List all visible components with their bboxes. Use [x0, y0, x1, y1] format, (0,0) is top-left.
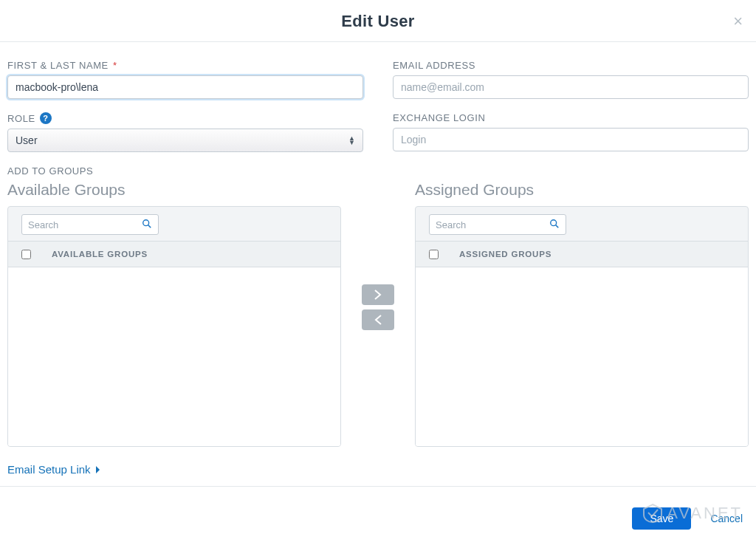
- first-last-name-label: FIRST & LAST NAME*: [7, 60, 363, 71]
- move-left-button[interactable]: [362, 309, 394, 330]
- svg-line-1: [148, 225, 151, 227]
- assigned-groups-list: [416, 267, 748, 446]
- svg-line-3: [556, 225, 559, 227]
- available-groups-panel: AVAILABLE GROUPS: [7, 206, 341, 447]
- first-last-name-input[interactable]: [7, 75, 363, 99]
- search-icon[interactable]: [142, 219, 152, 231]
- available-groups-search[interactable]: [21, 214, 159, 235]
- available-groups-title: Available Groups: [7, 181, 341, 199]
- svg-point-0: [143, 219, 149, 225]
- assigned-groups-panel: ASSIGNED GROUPS: [415, 206, 749, 447]
- assigned-groups-search[interactable]: [429, 214, 566, 235]
- available-select-all-checkbox[interactable]: [21, 250, 31, 259]
- assigned-groups-title: Assigned Groups: [415, 181, 749, 199]
- svg-point-2: [551, 219, 557, 225]
- help-icon[interactable]: ?: [40, 112, 52, 124]
- role-label: ROLE ?: [7, 112, 363, 124]
- available-groups-column-header: AVAILABLE GROUPS: [52, 250, 148, 259]
- available-groups-search-input[interactable]: [28, 216, 142, 233]
- assigned-groups-column-header: ASSIGNED GROUPS: [459, 250, 551, 259]
- cancel-button[interactable]: Cancel: [710, 513, 743, 524]
- assigned-groups-search-input[interactable]: [436, 216, 549, 233]
- exchange-login-label: EXCHANGE LOGIN: [393, 112, 749, 123]
- page-title: Edit User: [0, 12, 756, 31]
- move-right-button[interactable]: [362, 284, 394, 305]
- assigned-select-all-checkbox[interactable]: [429, 250, 439, 259]
- chevron-right-icon: [95, 465, 101, 474]
- save-button[interactable]: Save: [632, 507, 691, 530]
- available-groups-list: [8, 267, 340, 446]
- role-select[interactable]: User ▲▼: [7, 129, 363, 152]
- email-address-input[interactable]: [393, 75, 749, 99]
- search-icon[interactable]: [549, 219, 560, 231]
- email-setup-link[interactable]: Email Setup Link: [7, 463, 101, 476]
- close-icon[interactable]: ×: [733, 12, 743, 31]
- exchange-login-input[interactable]: [393, 128, 749, 151]
- chevron-updown-icon: ▲▼: [348, 136, 355, 145]
- add-to-groups-label: ADD TO GROUPS: [7, 165, 749, 177]
- email-address-label: EMAIL ADDRESS: [393, 60, 749, 71]
